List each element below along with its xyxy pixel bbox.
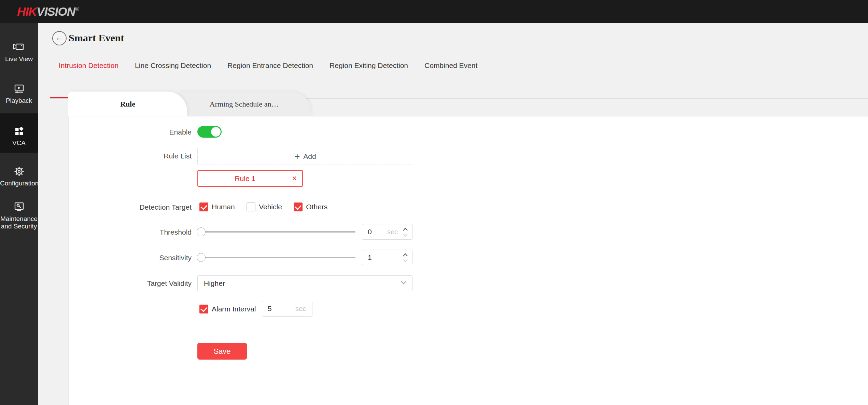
tab-intrusion-detection[interactable]: Intrusion Detection <box>59 61 118 70</box>
rule-chip-label: Rule 1 <box>198 174 292 183</box>
others-label: Others <box>306 203 327 211</box>
logo-vision: VISION <box>37 5 75 18</box>
threshold-label: Threshold <box>69 228 192 236</box>
sidebar: Live View Playback VCA <box>0 23 38 405</box>
subtab-rule[interactable]: Rule <box>68 92 187 116</box>
target-validity-select[interactable]: Higher <box>197 275 412 291</box>
gear-icon <box>0 165 38 178</box>
sidebar-item-playback[interactable]: Playback <box>0 82 38 104</box>
rule-chip[interactable]: Rule 1 × <box>197 170 303 187</box>
hikvision-logo: HIKVISION® <box>17 5 79 18</box>
enable-label: Enable <box>69 128 192 136</box>
others-checkbox[interactable] <box>294 202 303 211</box>
sidebar-item-vca[interactable]: VCA <box>0 124 38 147</box>
tab-region-exiting-detection[interactable]: Region Exiting Detection <box>330 61 408 70</box>
rule-list-label: Rule List <box>69 152 192 160</box>
sidebar-item-label: VCA <box>0 139 38 147</box>
detection-target-label: Detection Target <box>69 203 192 211</box>
threshold-value: 0 <box>368 228 372 236</box>
add-rule-button[interactable]: + Add <box>197 148 413 165</box>
rule-panel: Enable Rule List + Add Rule 1 × Detectio… <box>68 116 868 405</box>
sidebar-item-label: Playback <box>0 97 38 104</box>
page-title: Smart Event <box>69 32 124 44</box>
alarm-interval-unit: sec <box>295 305 306 313</box>
human-label: Human <box>212 203 235 211</box>
sensitivity-label: Sensitivity <box>69 254 192 262</box>
playback-icon <box>0 82 38 96</box>
wrench-screen-icon <box>0 200 38 214</box>
threshold-spinner[interactable] <box>402 226 409 238</box>
plus-icon: + <box>294 153 300 160</box>
sensitivity-input[interactable]: 1 <box>362 250 412 265</box>
threshold-input[interactable]: 0 sec <box>362 224 412 240</box>
threshold-unit: sec <box>387 228 398 236</box>
tab-combined-event[interactable]: Combined Event <box>424 61 477 70</box>
target-validity-value: Higher <box>204 279 225 288</box>
sensitivity-slider-knob[interactable] <box>197 253 206 262</box>
sidebar-item-live-view[interactable]: Live View <box>0 40 38 63</box>
sensitivity-spinner[interactable] <box>402 252 409 264</box>
back-button[interactable]: ← <box>52 31 67 45</box>
event-tabs: Intrusion Detection Line Crossing Detect… <box>59 61 477 70</box>
sidebar-item-configuration[interactable]: Configuration <box>0 165 38 187</box>
sidebar-item-label: Live View <box>0 55 38 63</box>
alarm-interval-value: 5 <box>268 305 272 313</box>
target-validity-label: Target Validity <box>69 279 192 288</box>
threshold-slider-knob[interactable] <box>197 227 206 236</box>
enable-toggle[interactable] <box>197 126 222 138</box>
tab-region-entrance-detection[interactable]: Region Entrance Detection <box>227 61 313 70</box>
vehicle-label: Vehicle <box>259 203 282 211</box>
human-checkbox[interactable] <box>199 202 208 211</box>
toggle-knob <box>211 127 221 137</box>
sensitivity-slider[interactable] <box>197 257 355 258</box>
alarm-interval-checkbox[interactable] <box>199 305 208 313</box>
add-label: Add <box>303 152 316 160</box>
close-icon[interactable]: × <box>292 174 297 183</box>
threshold-slider[interactable] <box>197 231 355 233</box>
sidebar-item-maintenance[interactable]: Maintenance and Security <box>0 200 38 230</box>
app-root: HIKVISION® Live View Playback <box>0 0 868 405</box>
subtab-arming-schedule[interactable]: Arming Schedule an… <box>178 92 311 116</box>
vehicle-checkbox[interactable] <box>247 202 255 211</box>
live-view-icon <box>0 40 38 54</box>
logo-registered-mark: ® <box>75 6 79 12</box>
tab-line-crossing-detection[interactable]: Line Crossing Detection <box>135 61 211 70</box>
save-button[interactable]: Save <box>197 343 247 360</box>
top-bar: HIKVISION® <box>0 0 868 23</box>
vca-icon <box>0 124 38 138</box>
sidebar-item-label: Maintenance and Security <box>0 215 38 230</box>
sensitivity-value: 1 <box>368 253 372 262</box>
logo-hik: HIK <box>17 5 37 18</box>
sidebar-item-label: Configuration <box>0 180 38 187</box>
chevron-down-icon <box>401 281 407 285</box>
alarm-interval-label: Alarm Interval <box>212 305 256 313</box>
alarm-interval-input[interactable]: 5 sec <box>262 301 312 317</box>
